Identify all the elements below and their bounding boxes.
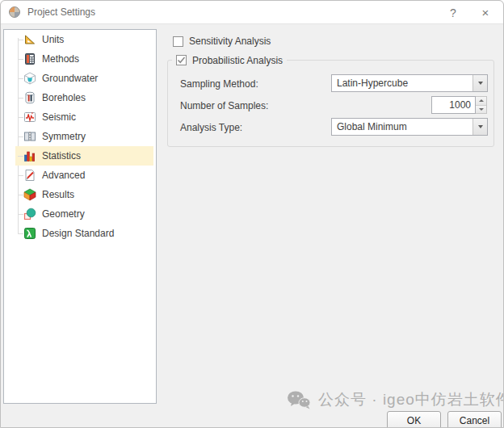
sidebar-item-units[interactable]: Units	[15, 30, 153, 49]
probabilistic-analysis-label: Probabilistic Analysis	[192, 55, 283, 66]
settings-tree: Units Methods	[4, 30, 156, 243]
sidebar-item-label: Design Standard	[42, 228, 114, 239]
analysis-type-dropdown[interactable]: Global Minimum	[331, 118, 488, 136]
sensitivity-analysis-label: Sensitivity Analysis	[189, 36, 271, 47]
project-settings-dialog: Project Settings ? × Units	[0, 0, 504, 428]
chevron-down-icon	[478, 82, 483, 85]
sidebar-item-label: Groundwater	[42, 73, 98, 84]
sidebar-item-label: Boreholes	[42, 92, 86, 103]
groundwater-cube-icon	[23, 72, 36, 85]
sidebar-item-label: Advanced	[42, 170, 85, 181]
chevron-up-icon	[479, 99, 484, 102]
cancel-button[interactable]: Cancel	[447, 411, 502, 428]
sidebar-item-advanced[interactable]: Advanced	[15, 166, 153, 185]
project-settings-icon	[8, 6, 21, 19]
sidebar-item-label: Statistics	[42, 150, 81, 162]
number-of-samples-spinner	[431, 96, 487, 114]
sidebar-item-methods[interactable]: Methods	[15, 49, 153, 69]
lambda-icon	[23, 227, 36, 240]
sidebar-item-results[interactable]: Results	[15, 185, 153, 204]
bar-chart-icon	[23, 149, 36, 162]
probabilistic-analysis-checkbox[interactable]	[176, 55, 187, 65]
probabilistic-analysis-legend: Probabilistic Analysis	[172, 54, 287, 66]
titlebar: Project Settings ? ×	[1, 1, 503, 24]
watermark-text: 公众号 · igeo中仿岩土软件	[318, 389, 504, 410]
sidebar-item-geometry[interactable]: Geometry	[15, 204, 153, 224]
sidebar-item-design-standard[interactable]: Design Standard	[15, 224, 153, 243]
analysis-type-value: Global Minimum	[332, 119, 472, 135]
sampling-method-value: Latin-Hypercube	[332, 75, 472, 91]
document-pen-icon	[23, 169, 36, 182]
spinner-down-button[interactable]	[476, 106, 486, 114]
sidebar-item-symmetry[interactable]: Symmetry	[15, 127, 153, 146]
chevron-down-icon	[478, 125, 483, 128]
sampling-method-dropdown[interactable]: Latin-Hypercube	[331, 74, 488, 92]
sampling-method-dropdown-button[interactable]	[472, 75, 487, 91]
sidebar-item-label: Seismic	[42, 111, 76, 123]
symmetry-icon	[23, 130, 36, 143]
analysis-type-dropdown-button[interactable]	[472, 119, 487, 135]
help-button[interactable]: ?	[437, 1, 469, 24]
sidebar-item-label: Results	[42, 189, 74, 200]
calculator-icon	[23, 52, 36, 65]
number-of-samples-input[interactable]	[431, 96, 476, 114]
sidebar-item-groundwater[interactable]: Groundwater	[15, 69, 153, 88]
watermark: 公众号 · igeo中仿岩土软件	[287, 389, 504, 410]
sidebar-item-label: Units	[42, 34, 64, 45]
ok-button[interactable]: OK	[387, 411, 441, 428]
sidebar-item-label: Methods	[42, 53, 79, 65]
seismic-wave-icon	[23, 111, 36, 124]
number-of-samples-label: Number of Samples:	[180, 100, 268, 111]
sidebar-item-statistics[interactable]: Statistics	[15, 146, 153, 166]
set-square-icon	[23, 33, 36, 46]
geometry-shapes-icon	[23, 208, 36, 220]
sampling-method-label: Sampling Method:	[180, 78, 258, 90]
spinner-up-button[interactable]	[476, 97, 486, 106]
sidebar-item-seismic[interactable]: Seismic	[15, 107, 153, 127]
settings-tree-panel: Units Methods	[3, 29, 157, 404]
chevron-down-icon	[479, 108, 484, 111]
sensitivity-analysis-checkbox[interactable]	[173, 36, 183, 47]
sidebar-item-label: Geometry	[42, 208, 85, 220]
close-button[interactable]: ×	[469, 1, 502, 24]
wechat-icon	[287, 390, 311, 410]
analysis-type-label: Analysis Type:	[180, 122, 242, 133]
sensitivity-analysis-row: Sensitivity Analysis	[173, 36, 271, 47]
sidebar-item-label: Symmetry	[42, 131, 86, 142]
check-icon	[177, 56, 186, 65]
results-cube-icon	[23, 188, 36, 201]
borehole-icon	[23, 91, 36, 104]
sidebar-item-boreholes[interactable]: Boreholes	[15, 88, 153, 107]
window-title: Project Settings	[27, 6, 95, 18]
